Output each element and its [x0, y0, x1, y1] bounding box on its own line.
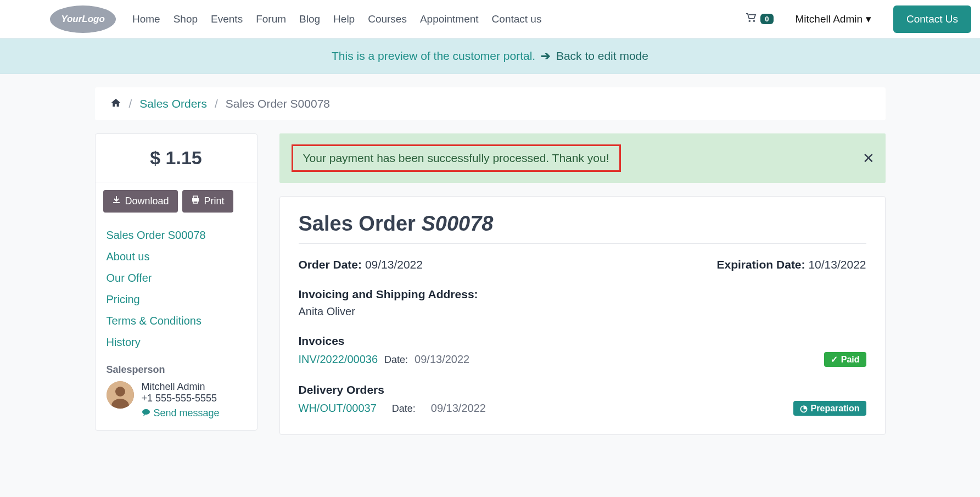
- sidebar-link-about[interactable]: About us: [107, 246, 246, 267]
- contact-us-button[interactable]: Contact Us: [893, 5, 971, 33]
- cart-icon: [745, 13, 757, 25]
- logo-text: YourLogo: [61, 14, 105, 25]
- print-button[interactable]: Print: [182, 190, 233, 213]
- success-alert: Your payment has been successfully proce…: [279, 133, 886, 183]
- nav-help[interactable]: Help: [333, 13, 355, 25]
- avatar: [107, 381, 134, 409]
- chat-icon: [142, 407, 150, 419]
- sidebar: $ 1.15 Download Print Sales Order S000: [95, 133, 257, 431]
- salesperson-name: Mitchell Admin: [142, 381, 220, 393]
- breadcrumb-current: Sales Order S00078: [226, 97, 330, 110]
- svg-rect-5: [193, 200, 198, 203]
- salesperson-section: Salesperson Mitchell Admin +1 555-555-55…: [96, 364, 257, 430]
- top-nav: Home Shop Events Forum Blog Help Courses…: [132, 13, 541, 25]
- nav-contact-us[interactable]: Contact us: [492, 13, 542, 25]
- delivery-link[interactable]: WH/OUT/00037: [299, 402, 377, 415]
- delivery-date-label: Date:: [392, 403, 416, 415]
- nav-appointment[interactable]: Appointment: [420, 13, 479, 25]
- address-heading: Invoicing and Shipping Address:: [299, 288, 866, 301]
- svg-point-9: [142, 409, 150, 415]
- cart-count-badge: 0: [760, 14, 773, 24]
- logo[interactable]: YourLogo: [50, 5, 116, 33]
- nav-courses[interactable]: Courses: [368, 13, 407, 25]
- download-button[interactable]: Download: [103, 190, 178, 213]
- svg-rect-2: [113, 202, 120, 203]
- invoices-heading: Invoices: [299, 334, 866, 348]
- invoice-row: INV/2022/00036 Date: 09/13/2022 Paid: [299, 352, 866, 367]
- sidebar-link-pricing[interactable]: Pricing: [107, 289, 246, 310]
- page-title: Sales Order S00078: [299, 212, 866, 236]
- sidebar-link-terms[interactable]: Terms & Conditions: [107, 310, 246, 332]
- print-icon: [191, 196, 200, 207]
- order-total-amount: $ 1.15: [96, 147, 257, 169]
- order-date-value: 09/13/2022: [365, 258, 423, 271]
- breadcrumb-sales-orders[interactable]: Sales Orders: [139, 97, 207, 110]
- nav-blog[interactable]: Blog: [299, 13, 320, 25]
- invoice-link[interactable]: INV/2022/00036: [299, 353, 378, 366]
- invoice-date-value: 09/13/2022: [415, 353, 469, 366]
- invoice-date-label: Date:: [384, 354, 408, 366]
- nav-home[interactable]: Home: [132, 13, 160, 25]
- send-message-label: Send message: [154, 407, 220, 419]
- sidebar-links: Sales Order S00078 About us Our Offer Pr…: [96, 220, 257, 364]
- download-label: Download: [125, 196, 169, 207]
- preview-text: This is a preview of the customer portal…: [332, 49, 539, 62]
- salesperson-label: Salesperson: [107, 364, 246, 376]
- preview-banner: This is a preview of the customer portal…: [0, 38, 980, 74]
- sidebar-link-offer[interactable]: Our Offer: [107, 267, 246, 289]
- user-menu[interactable]: Mitchell Admin ▾: [796, 13, 872, 25]
- cart-button[interactable]: 0: [745, 13, 773, 25]
- paid-badge: Paid: [824, 352, 866, 367]
- breadcrumb-sep: /: [215, 97, 218, 110]
- svg-rect-3: [193, 196, 198, 198]
- breadcrumb-sep: /: [129, 97, 132, 110]
- back-to-edit-label: Back to edit mode: [556, 49, 648, 62]
- expiration-date-value: 10/13/2022: [808, 258, 866, 271]
- address-name: Anita Oliver: [299, 305, 866, 318]
- back-to-edit-link[interactable]: ➔ Back to edit mode: [539, 49, 648, 62]
- home-icon[interactable]: [110, 97, 121, 110]
- user-name: Mitchell Admin: [796, 13, 863, 25]
- order-card: Sales Order S00078 Order Date: 09/13/202…: [279, 196, 886, 435]
- delivery-date-value: 09/13/2022: [431, 402, 486, 415]
- main-header: YourLogo Home Shop Events Forum Blog Hel…: [0, 0, 980, 38]
- delivery-heading: Delivery Orders: [299, 383, 866, 397]
- breadcrumb: / Sales Orders / Sales Order S00078: [95, 87, 886, 120]
- arrow-right-icon: ➔: [541, 49, 551, 62]
- nav-shop[interactable]: Shop: [173, 13, 198, 25]
- order-total: $ 1.15: [96, 134, 257, 182]
- send-message-link[interactable]: Send message: [142, 407, 220, 419]
- svg-point-0: [749, 20, 751, 23]
- order-meta: Order Date: 09/13/2022 Expiration Date: …: [299, 258, 866, 271]
- sidebar-link-order[interactable]: Sales Order S00078: [107, 225, 246, 246]
- clock-icon: [800, 403, 808, 414]
- sidebar-link-history[interactable]: History: [107, 332, 246, 353]
- expiration-date-label: Expiration Date:: [717, 258, 805, 271]
- delivery-row: WH/OUT/00037 Date: 09/13/2022 Preparatio…: [299, 401, 866, 416]
- nav-events[interactable]: Events: [211, 13, 243, 25]
- caret-down-icon: ▾: [866, 13, 871, 25]
- paid-label: Paid: [841, 355, 860, 365]
- print-label: Print: [204, 196, 225, 207]
- download-icon: [112, 196, 121, 207]
- svg-point-1: [753, 20, 755, 23]
- title-prefix: Sales Order: [299, 212, 422, 235]
- preparation-label: Preparation: [811, 404, 860, 414]
- title-order-number: S00078: [421, 212, 493, 235]
- alert-text: Your payment has been successfully proce…: [292, 144, 621, 172]
- salesperson-phone: +1 555-555-5555: [142, 393, 220, 404]
- preparation-badge: Preparation: [793, 401, 866, 416]
- alert-close-button[interactable]: ✕: [863, 150, 875, 167]
- close-icon: ✕: [863, 150, 875, 166]
- main-content: Your payment has been successfully proce…: [279, 133, 886, 435]
- nav-forum[interactable]: Forum: [256, 13, 286, 25]
- svg-point-7: [115, 387, 125, 397]
- check-icon: [831, 354, 838, 365]
- order-date-label: Order Date:: [299, 258, 362, 271]
